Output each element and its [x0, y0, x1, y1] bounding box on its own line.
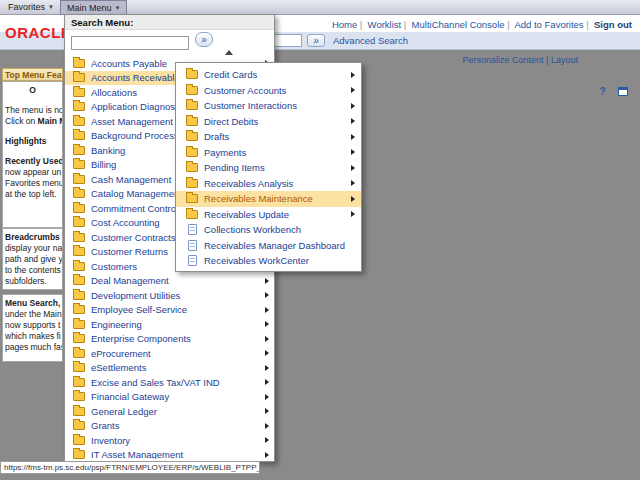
menu-item[interactable]: Receivables WorkCenter — [176, 253, 361, 269]
menu-item[interactable]: Employee Self-Service — [65, 303, 274, 318]
submenu-arrow-icon — [265, 365, 269, 371]
panel-text-line: O — [5, 85, 60, 96]
menu-item[interactable]: Enterprise Components — [65, 332, 274, 347]
panel-text-line: at the top left. — [5, 189, 60, 200]
nav-link[interactable]: Home — [332, 19, 365, 30]
panel-text-line: Highlights — [5, 136, 60, 147]
menu-item[interactable]: IT Asset Management — [65, 448, 274, 460]
folder-icon — [73, 131, 85, 140]
menu-item-label: Receivables Manager Dashboard — [204, 240, 347, 251]
favorites-menu-button[interactable]: Favorites▼ — [2, 0, 60, 15]
help-icon[interactable]: ? — [599, 86, 605, 97]
folder-icon — [186, 210, 198, 219]
submenu-arrow-icon — [351, 196, 355, 202]
panel-text-line: to the contents — [5, 265, 60, 276]
folder-icon — [186, 117, 198, 126]
nav-link[interactable]: Sign out — [594, 19, 632, 30]
menu-item[interactable]: Receivables Maintenance — [176, 191, 361, 207]
menu-item[interactable]: Customer Interactions — [176, 98, 361, 114]
menu-item-label: Customer Accounts — [204, 85, 347, 96]
scroll-up-icon[interactable] — [225, 50, 233, 55]
panel-text-line: now appear un — [5, 167, 60, 178]
submenu-arrow-icon — [351, 149, 355, 155]
submenu-arrow-icon — [265, 307, 269, 313]
folder-icon — [73, 233, 85, 242]
menu-item[interactable]: Collections Workbench — [176, 222, 361, 238]
panel-text: display your na — [5, 243, 62, 253]
submenu-arrow-icon — [265, 452, 269, 458]
folder-icon — [73, 73, 85, 82]
menu-item-label: Engineering — [91, 319, 261, 330]
nav-link[interactable]: MultiChannel Console — [412, 19, 513, 30]
main-menu-label: Main Menu — [67, 3, 112, 13]
menu-item[interactable]: Customer Accounts — [176, 83, 361, 99]
folder-icon — [73, 378, 85, 387]
submenu-arrow-icon — [351, 134, 355, 140]
menu-item[interactable]: Receivables Update — [176, 207, 361, 223]
menu-item[interactable]: Receivables Manager Dashboard — [176, 238, 361, 254]
menu-item[interactable]: Payments — [176, 145, 361, 161]
folder-icon — [73, 117, 85, 126]
personalize-layout-link[interactable]: Layout — [551, 55, 578, 65]
menu-item[interactable]: Pending Items — [176, 160, 361, 176]
main-menu-button[interactable]: Main Menu▼ — [60, 0, 127, 15]
folder-icon — [186, 70, 198, 79]
menu-item[interactable]: Deal Management — [65, 274, 274, 289]
submenu-arrow-icon — [351, 103, 355, 109]
folder-icon — [73, 392, 85, 401]
oracle-logo: ORACLE — [5, 24, 71, 41]
nav-link[interactable]: Add to Favorites — [514, 19, 591, 30]
submenu-arrow-icon — [351, 118, 355, 124]
document-icon — [188, 224, 197, 235]
panel-text: to the contents — [5, 265, 61, 275]
menu-item-label: Drafts — [204, 131, 347, 142]
menu-item[interactable]: Drafts — [176, 129, 361, 145]
personalize-content-link[interactable]: Content — [512, 55, 544, 65]
menu-item[interactable]: General Ledger — [65, 404, 274, 419]
menu-item[interactable]: Engineering — [65, 317, 274, 332]
help-bar: ? — [599, 82, 628, 100]
menu-item[interactable]: Receivables Analysis — [176, 176, 361, 192]
menu-item[interactable]: Credit Cards — [176, 67, 361, 83]
menu-item[interactable]: Inventory — [65, 433, 274, 448]
folder-icon — [186, 194, 198, 203]
folder-icon — [73, 146, 85, 155]
panel-text-line: display your na — [5, 243, 60, 254]
pagelet-section: O The menu is no Click on Main M Highlig… — [2, 81, 63, 228]
menu-scroll-row — [65, 49, 274, 56]
menu-item[interactable]: Grants — [65, 419, 274, 434]
top-menu-bar: Favorites▼ Main Menu▼ — [0, 0, 640, 15]
submenu-arrow-icon — [265, 292, 269, 298]
menu-item[interactable]: eSettlements — [65, 361, 274, 376]
menu-item[interactable]: Financial Gateway — [65, 390, 274, 405]
menu-item-label: Receivables WorkCenter — [204, 255, 347, 266]
menu-search-input[interactable] — [71, 36, 189, 50]
chevron-down-icon: ▼ — [115, 5, 121, 11]
menu-item[interactable]: Excise and Sales Tax/VAT IND — [65, 375, 274, 390]
menu-item[interactable]: eProcurement — [65, 346, 274, 361]
nav-link[interactable]: Worklist — [368, 19, 409, 30]
status-bar-url: https://fms-tm.ps.sc.edu/psp/FTRN/EMPLOY… — [0, 461, 260, 474]
folder-icon — [73, 334, 85, 343]
menu-item[interactable]: Development Utilities — [65, 288, 274, 303]
advanced-search-link[interactable]: Advanced Search — [333, 35, 408, 46]
folder-icon — [186, 163, 198, 172]
folder-icon — [186, 179, 198, 188]
panel-text-line: Favorites menu — [5, 178, 60, 189]
panel-text-bold: Main M — [38, 116, 63, 126]
menu-item-label: IT Asset Management — [91, 449, 261, 459]
submenu-arrow-icon — [265, 408, 269, 414]
personalize-bar: Personalize Content | Layout — [463, 55, 578, 65]
folder-icon — [186, 86, 198, 95]
folder-icon — [73, 349, 85, 358]
panel-text-line: which makes fi — [5, 331, 60, 342]
menu-item-label: Credit Cards — [204, 69, 347, 80]
folder-icon — [73, 421, 85, 430]
search-go-button[interactable]: » — [307, 34, 325, 47]
window-icon[interactable] — [618, 87, 628, 96]
pagelet-title: Top Menu Feat — [2, 68, 63, 81]
menu-item-label: eProcurement — [91, 348, 261, 359]
menu-item[interactable]: Direct Debits — [176, 114, 361, 130]
menu-search-go-button[interactable]: » — [195, 32, 213, 47]
folder-icon — [186, 148, 198, 157]
